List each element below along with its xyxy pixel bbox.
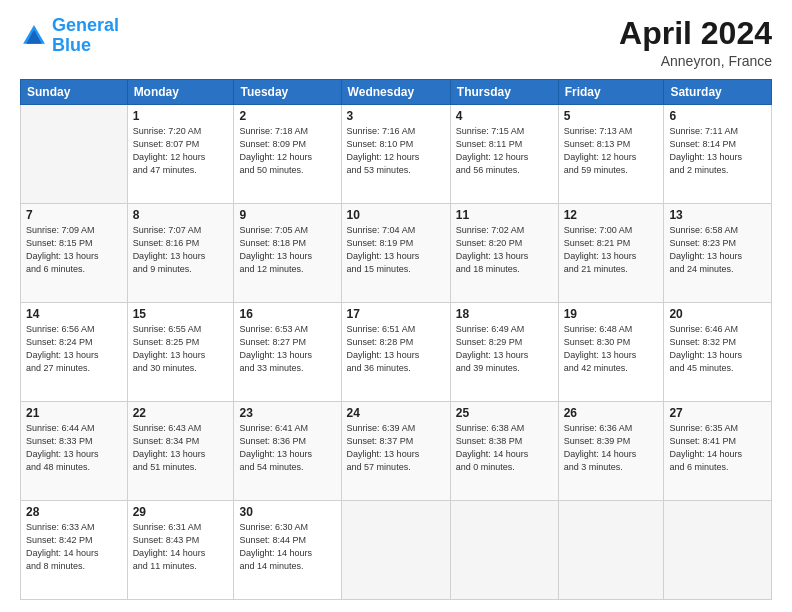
day-number: 3 (347, 109, 445, 123)
week-row-4: 21Sunrise: 6:44 AM Sunset: 8:33 PM Dayli… (21, 402, 772, 501)
day-number: 22 (133, 406, 229, 420)
calendar-cell: 28Sunrise: 6:33 AM Sunset: 8:42 PM Dayli… (21, 501, 128, 600)
page: General Blue April 2024 Anneyron, France… (0, 0, 792, 612)
calendar-cell: 27Sunrise: 6:35 AM Sunset: 8:41 PM Dayli… (664, 402, 772, 501)
day-info: Sunrise: 7:13 AM Sunset: 8:13 PM Dayligh… (564, 125, 659, 177)
logo-text: General Blue (52, 16, 119, 56)
calendar-cell: 17Sunrise: 6:51 AM Sunset: 8:28 PM Dayli… (341, 303, 450, 402)
calendar-cell: 23Sunrise: 6:41 AM Sunset: 8:36 PM Dayli… (234, 402, 341, 501)
calendar-cell: 15Sunrise: 6:55 AM Sunset: 8:25 PM Dayli… (127, 303, 234, 402)
day-info: Sunrise: 7:09 AM Sunset: 8:15 PM Dayligh… (26, 224, 122, 276)
day-number: 10 (347, 208, 445, 222)
calendar-cell: 2Sunrise: 7:18 AM Sunset: 8:09 PM Daylig… (234, 105, 341, 204)
day-info: Sunrise: 6:38 AM Sunset: 8:38 PM Dayligh… (456, 422, 553, 474)
day-info: Sunrise: 6:31 AM Sunset: 8:43 PM Dayligh… (133, 521, 229, 573)
day-number: 30 (239, 505, 335, 519)
calendar-cell: 25Sunrise: 6:38 AM Sunset: 8:38 PM Dayli… (450, 402, 558, 501)
day-number: 18 (456, 307, 553, 321)
day-info: Sunrise: 7:20 AM Sunset: 8:07 PM Dayligh… (133, 125, 229, 177)
calendar-cell: 9Sunrise: 7:05 AM Sunset: 8:18 PM Daylig… (234, 204, 341, 303)
calendar-cell: 24Sunrise: 6:39 AM Sunset: 8:37 PM Dayli… (341, 402, 450, 501)
title-block: April 2024 Anneyron, France (619, 16, 772, 69)
calendar-cell: 30Sunrise: 6:30 AM Sunset: 8:44 PM Dayli… (234, 501, 341, 600)
week-row-5: 28Sunrise: 6:33 AM Sunset: 8:42 PM Dayli… (21, 501, 772, 600)
day-info: Sunrise: 7:07 AM Sunset: 8:16 PM Dayligh… (133, 224, 229, 276)
calendar-cell: 10Sunrise: 7:04 AM Sunset: 8:19 PM Dayli… (341, 204, 450, 303)
day-info: Sunrise: 7:05 AM Sunset: 8:18 PM Dayligh… (239, 224, 335, 276)
day-info: Sunrise: 7:04 AM Sunset: 8:19 PM Dayligh… (347, 224, 445, 276)
calendar-cell: 13Sunrise: 6:58 AM Sunset: 8:23 PM Dayli… (664, 204, 772, 303)
day-info: Sunrise: 6:49 AM Sunset: 8:29 PM Dayligh… (456, 323, 553, 375)
calendar-cell (21, 105, 128, 204)
day-info: Sunrise: 7:15 AM Sunset: 8:11 PM Dayligh… (456, 125, 553, 177)
calendar-cell: 18Sunrise: 6:49 AM Sunset: 8:29 PM Dayli… (450, 303, 558, 402)
header: General Blue April 2024 Anneyron, France (20, 16, 772, 69)
weekday-header-row: SundayMondayTuesdayWednesdayThursdayFrid… (21, 80, 772, 105)
day-number: 20 (669, 307, 766, 321)
calendar-cell: 14Sunrise: 6:56 AM Sunset: 8:24 PM Dayli… (21, 303, 128, 402)
day-number: 14 (26, 307, 122, 321)
day-number: 27 (669, 406, 766, 420)
calendar-cell: 26Sunrise: 6:36 AM Sunset: 8:39 PM Dayli… (558, 402, 664, 501)
week-row-2: 7Sunrise: 7:09 AM Sunset: 8:15 PM Daylig… (21, 204, 772, 303)
day-info: Sunrise: 6:33 AM Sunset: 8:42 PM Dayligh… (26, 521, 122, 573)
weekday-header-friday: Friday (558, 80, 664, 105)
day-number: 8 (133, 208, 229, 222)
day-info: Sunrise: 6:48 AM Sunset: 8:30 PM Dayligh… (564, 323, 659, 375)
day-info: Sunrise: 6:56 AM Sunset: 8:24 PM Dayligh… (26, 323, 122, 375)
day-number: 4 (456, 109, 553, 123)
day-number: 12 (564, 208, 659, 222)
day-info: Sunrise: 7:02 AM Sunset: 8:20 PM Dayligh… (456, 224, 553, 276)
week-row-3: 14Sunrise: 6:56 AM Sunset: 8:24 PM Dayli… (21, 303, 772, 402)
day-number: 21 (26, 406, 122, 420)
day-info: Sunrise: 7:11 AM Sunset: 8:14 PM Dayligh… (669, 125, 766, 177)
day-number: 11 (456, 208, 553, 222)
day-info: Sunrise: 6:43 AM Sunset: 8:34 PM Dayligh… (133, 422, 229, 474)
day-number: 13 (669, 208, 766, 222)
day-number: 26 (564, 406, 659, 420)
calendar-cell: 12Sunrise: 7:00 AM Sunset: 8:21 PM Dayli… (558, 204, 664, 303)
calendar-cell: 6Sunrise: 7:11 AM Sunset: 8:14 PM Daylig… (664, 105, 772, 204)
calendar-cell: 1Sunrise: 7:20 AM Sunset: 8:07 PM Daylig… (127, 105, 234, 204)
day-number: 23 (239, 406, 335, 420)
logo-blue: Blue (52, 35, 91, 55)
day-number: 25 (456, 406, 553, 420)
calendar-cell: 4Sunrise: 7:15 AM Sunset: 8:11 PM Daylig… (450, 105, 558, 204)
day-number: 15 (133, 307, 229, 321)
calendar-cell: 19Sunrise: 6:48 AM Sunset: 8:30 PM Dayli… (558, 303, 664, 402)
day-info: Sunrise: 6:53 AM Sunset: 8:27 PM Dayligh… (239, 323, 335, 375)
day-number: 7 (26, 208, 122, 222)
day-info: Sunrise: 7:00 AM Sunset: 8:21 PM Dayligh… (564, 224, 659, 276)
day-info: Sunrise: 6:36 AM Sunset: 8:39 PM Dayligh… (564, 422, 659, 474)
day-number: 17 (347, 307, 445, 321)
day-info: Sunrise: 7:18 AM Sunset: 8:09 PM Dayligh… (239, 125, 335, 177)
calendar-cell: 22Sunrise: 6:43 AM Sunset: 8:34 PM Dayli… (127, 402, 234, 501)
calendar-cell: 20Sunrise: 6:46 AM Sunset: 8:32 PM Dayli… (664, 303, 772, 402)
day-info: Sunrise: 6:41 AM Sunset: 8:36 PM Dayligh… (239, 422, 335, 474)
logo-icon (20, 22, 48, 50)
day-info: Sunrise: 6:51 AM Sunset: 8:28 PM Dayligh… (347, 323, 445, 375)
week-row-1: 1Sunrise: 7:20 AM Sunset: 8:07 PM Daylig… (21, 105, 772, 204)
calendar-cell: 21Sunrise: 6:44 AM Sunset: 8:33 PM Dayli… (21, 402, 128, 501)
calendar-cell: 8Sunrise: 7:07 AM Sunset: 8:16 PM Daylig… (127, 204, 234, 303)
weekday-header-tuesday: Tuesday (234, 80, 341, 105)
day-info: Sunrise: 6:35 AM Sunset: 8:41 PM Dayligh… (669, 422, 766, 474)
day-number: 6 (669, 109, 766, 123)
day-info: Sunrise: 7:16 AM Sunset: 8:10 PM Dayligh… (347, 125, 445, 177)
logo-general: General (52, 15, 119, 35)
day-number: 9 (239, 208, 335, 222)
day-info: Sunrise: 6:46 AM Sunset: 8:32 PM Dayligh… (669, 323, 766, 375)
day-number: 2 (239, 109, 335, 123)
calendar-cell: 3Sunrise: 7:16 AM Sunset: 8:10 PM Daylig… (341, 105, 450, 204)
day-info: Sunrise: 6:58 AM Sunset: 8:23 PM Dayligh… (669, 224, 766, 276)
day-info: Sunrise: 6:55 AM Sunset: 8:25 PM Dayligh… (133, 323, 229, 375)
calendar-table: SundayMondayTuesdayWednesdayThursdayFrid… (20, 79, 772, 600)
day-info: Sunrise: 6:44 AM Sunset: 8:33 PM Dayligh… (26, 422, 122, 474)
weekday-header-wednesday: Wednesday (341, 80, 450, 105)
logo: General Blue (20, 16, 119, 56)
calendar-cell (341, 501, 450, 600)
day-number: 28 (26, 505, 122, 519)
calendar-cell: 16Sunrise: 6:53 AM Sunset: 8:27 PM Dayli… (234, 303, 341, 402)
day-number: 24 (347, 406, 445, 420)
calendar-cell: 29Sunrise: 6:31 AM Sunset: 8:43 PM Dayli… (127, 501, 234, 600)
